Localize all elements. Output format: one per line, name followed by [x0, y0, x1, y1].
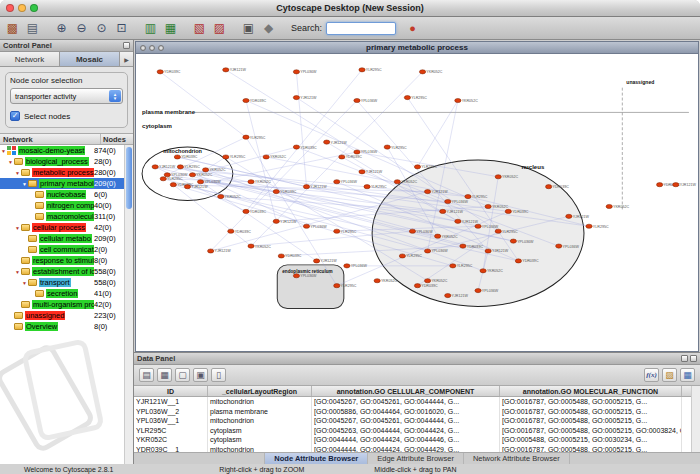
float-panel-icon[interactable]: [123, 42, 130, 49]
column-header-network[interactable]: Network: [0, 134, 101, 144]
node[interactable]: [657, 183, 663, 187]
zoom-window-icon[interactable]: [30, 4, 38, 12]
node[interactable]: [202, 168, 208, 172]
node[interactable]: [248, 180, 254, 184]
node[interactable]: [228, 229, 234, 233]
edge[interactable]: [418, 101, 458, 167]
disclosure-triangle-icon[interactable]: ▼: [21, 280, 28, 286]
tab-edge-attribute-browser[interactable]: Edge Attribute Browser: [368, 453, 464, 464]
zoom-selected-icon[interactable]: ⊙: [93, 20, 110, 37]
node[interactable]: [339, 155, 345, 159]
node-color-dropdown[interactable]: transporter activity ▴▾: [10, 88, 123, 104]
open-session-icon[interactable]: ▩: [4, 20, 21, 37]
node[interactable]: [495, 229, 501, 233]
select-first-neighbors-icon[interactable]: ▧: [191, 20, 208, 37]
close-data-panel-icon[interactable]: [690, 355, 697, 362]
node[interactable]: [273, 190, 279, 194]
edge[interactable]: [173, 185, 251, 246]
tree-item[interactable]: cellular metabo209(0): [0, 233, 124, 244]
formula-builder-icon[interactable]: f(x): [644, 368, 659, 382]
frame-maximize-icon[interactable]: [158, 45, 164, 51]
tree-item[interactable]: ▼primary metabolic process209(0): [0, 178, 124, 189]
node[interactable]: [218, 194, 224, 198]
node[interactable]: [409, 229, 415, 233]
node[interactable]: [208, 249, 214, 253]
rename-attribute-icon[interactable]: ▣: [193, 368, 208, 382]
tree-item[interactable]: Overview8(0): [0, 321, 124, 332]
tree-item[interactable]: secretion41(0): [0, 288, 124, 299]
tree-item[interactable]: ▼metabolic process280(0): [0, 167, 124, 178]
tree-item[interactable]: nucleobase6(0): [0, 189, 124, 200]
node[interactable]: [460, 244, 466, 248]
attribute-matrix-icon[interactable]: ▦: [680, 368, 695, 382]
node[interactable]: [475, 289, 481, 293]
select-attributes-icon[interactable]: ▤: [139, 368, 154, 382]
tab-node-attribute-browser[interactable]: Node Attribute Browser: [264, 453, 368, 464]
disclosure-triangle-icon[interactable]: ▼: [14, 170, 21, 176]
frame-close-icon[interactable]: [140, 45, 146, 51]
edge[interactable]: [160, 72, 246, 137]
table-row[interactable]: YJR121W__1mitochondrion[GO:0045267, GO:0…: [134, 397, 691, 407]
node[interactable]: [435, 234, 441, 238]
node[interactable]: [586, 224, 592, 228]
save-session-icon[interactable]: ▤: [24, 20, 41, 37]
disclosure-triangle-icon[interactable]: ▼: [7, 159, 14, 165]
node[interactable]: [243, 98, 249, 102]
show-all-icon[interactable]: ▦: [162, 20, 179, 37]
table-row[interactable]: YPL036W__2plasma membrane[GO:0005886, GO…: [134, 407, 691, 417]
minimize-window-icon[interactable]: [18, 4, 26, 12]
delete-attribute-icon[interactable]: ▯: [211, 368, 226, 382]
node[interactable]: [223, 155, 229, 159]
frame-minimize-icon[interactable]: [149, 45, 155, 51]
node[interactable]: [263, 155, 269, 159]
new-network-from-selection-icon[interactable]: ▨: [211, 20, 228, 37]
node[interactable]: [293, 70, 299, 74]
node[interactable]: [223, 68, 229, 72]
tree-item[interactable]: unassigned223(0): [0, 310, 124, 321]
create-attribute-icon[interactable]: ▦: [157, 368, 172, 382]
node[interactable]: [293, 274, 299, 278]
node[interactable]: [243, 209, 249, 213]
node[interactable]: [475, 224, 481, 228]
node[interactable]: [546, 185, 552, 189]
node[interactable]: [606, 204, 612, 208]
node[interactable]: [404, 95, 410, 99]
node[interactable]: [170, 183, 176, 187]
tree-item[interactable]: macromolecule311(0): [0, 211, 124, 222]
tree-scrollbar[interactable]: [124, 145, 133, 464]
node[interactable]: [359, 170, 365, 174]
node[interactable]: [424, 190, 430, 194]
zoom-in-icon[interactable]: ⊕: [53, 20, 70, 37]
node[interactable]: [505, 209, 511, 213]
node[interactable]: [515, 259, 521, 263]
tab-scroll-right-icon[interactable]: ▶: [120, 52, 133, 66]
node[interactable]: [359, 68, 365, 72]
node[interactable]: [510, 239, 516, 243]
tree-item[interactable]: multi-organism pro42(0): [0, 299, 124, 310]
disclosure-triangle-icon[interactable]: ▼: [0, 148, 7, 154]
tree-item[interactable]: ▼cellular process42(0): [0, 222, 124, 233]
table-row[interactable]: YKR052Ccytoplasm[GO:0044444, GO:0044424,…: [134, 435, 691, 445]
disclosure-triangle-icon[interactable]: ▼: [14, 225, 21, 231]
node[interactable]: [566, 214, 572, 218]
table-row[interactable]: YLR295Ccytoplasm[GO:0045263, GO:0044444,…: [134, 426, 691, 436]
column-header[interactable]: _cellularLayoutRegion: [208, 386, 312, 396]
node[interactable]: [334, 284, 340, 288]
node[interactable]: [556, 244, 562, 248]
node[interactable]: [157, 70, 163, 74]
node[interactable]: [278, 254, 284, 258]
vizmapper-icon[interactable]: ◆: [260, 20, 277, 37]
node[interactable]: [184, 185, 190, 189]
copy-attribute-icon[interactable]: ▢: [175, 368, 190, 382]
node[interactable]: [455, 98, 461, 102]
node[interactable]: [673, 183, 679, 187]
node[interactable]: [324, 140, 330, 144]
tree-item[interactable]: ▼establishment of lo558(0): [0, 266, 124, 277]
node[interactable]: [414, 165, 420, 169]
node[interactable]: [455, 219, 461, 223]
node[interactable]: [445, 293, 451, 297]
node[interactable]: [293, 95, 299, 99]
tree-item[interactable]: ▼transport558(0): [0, 277, 124, 288]
node[interactable]: [440, 209, 446, 213]
search-input[interactable]: [326, 22, 396, 35]
